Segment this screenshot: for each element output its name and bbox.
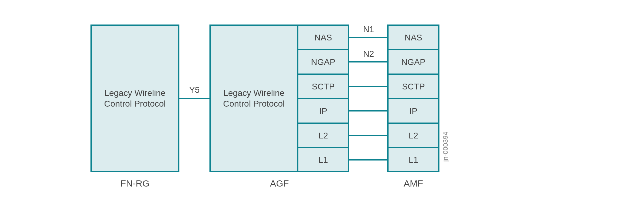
- n1-label: N1: [349, 25, 388, 34]
- conn-ip: [349, 110, 388, 111]
- amf-stack-4: L2: [387, 123, 439, 148]
- agf-stack-3-label: IP: [319, 106, 327, 116]
- amf-stack-5-label: L1: [408, 154, 418, 165]
- y5-label: Y5: [179, 85, 209, 95]
- amf-stack-3-label: IP: [409, 106, 417, 116]
- agf-left-box: Legacy WirelineControl Protocol: [209, 25, 298, 172]
- fnrg-title: FN-RG: [90, 178, 179, 189]
- agf-stack-5-label: L1: [318, 154, 328, 165]
- agf-stack-1-label: NGAP: [311, 57, 335, 67]
- amf-stack-3: IP: [387, 98, 439, 124]
- n2-label: N2: [349, 49, 388, 59]
- agf-stack-4-label: L2: [318, 130, 328, 141]
- agf-left-box-label: Legacy WirelineControl Protocol: [223, 88, 285, 109]
- amf-stack-0-label: NAS: [404, 32, 422, 43]
- amf-stack-1-label: NGAP: [401, 57, 425, 67]
- amf-stack-1: NGAP: [387, 49, 439, 75]
- agf-stack-2: SCTP: [297, 74, 349, 99]
- amf-stack-2: SCTP: [387, 74, 439, 99]
- agf-stack-3: IP: [297, 98, 349, 124]
- agf-stack-0-label: NAS: [314, 32, 332, 43]
- amf-stack-4-label: L2: [408, 130, 418, 141]
- agf-stack-4: L2: [297, 123, 349, 148]
- agf-stack-0: NAS: [297, 25, 349, 50]
- conn-sctp: [349, 86, 388, 87]
- conn-l2: [349, 135, 388, 136]
- figure-id: jn-000394: [442, 132, 450, 162]
- amf-stack-5: L1: [387, 147, 439, 172]
- y5-connector: [179, 98, 209, 99]
- conn-l1: [349, 159, 388, 161]
- conn-ngap: [349, 61, 388, 62]
- agf-stack-2-label: SCTP: [312, 81, 335, 92]
- agf-title: AGF: [209, 178, 349, 189]
- amf-title: AMF: [387, 178, 439, 189]
- diagram-canvas: Legacy WirelineControl Protocol FN-RG Y5…: [0, 0, 644, 204]
- amf-stack-0: NAS: [387, 25, 439, 50]
- conn-nas: [349, 37, 388, 38]
- agf-stack-1: NGAP: [297, 49, 349, 75]
- fnrg-box-label: Legacy WirelineControl Protocol: [104, 88, 166, 109]
- agf-stack-5: L1: [297, 147, 349, 172]
- fnrg-box: Legacy WirelineControl Protocol: [90, 25, 179, 172]
- amf-stack-2-label: SCTP: [402, 81, 425, 92]
